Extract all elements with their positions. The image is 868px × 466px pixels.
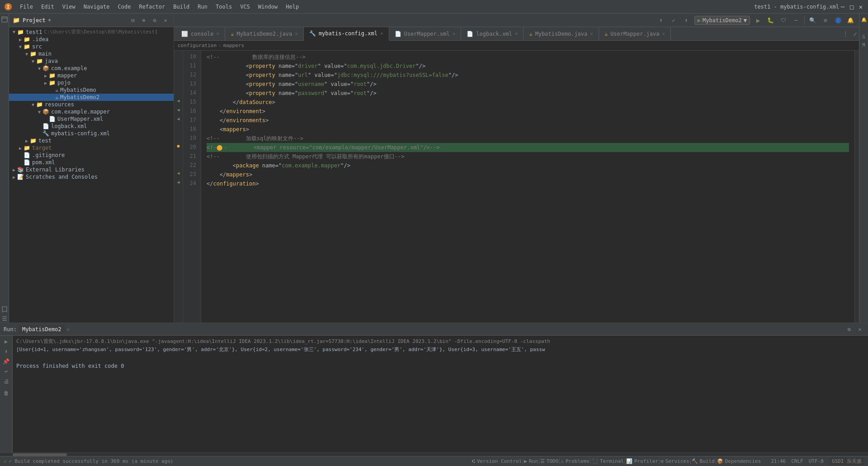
tree-item-test[interactable]: ▶ 📁 test — [9, 137, 174, 144]
tab-mybatisdemo2[interactable]: ☕ MybatisDemo2.java ✕ — [225, 27, 304, 41]
status-todo[interactable]: ☰ TODO — [540, 458, 559, 464]
menu-run[interactable]: Run — [194, 3, 211, 11]
tab-usermapper-xml[interactable]: 📄 UserMapper.xml ✕ — [389, 27, 462, 41]
status-run[interactable]: ▶ Run — [524, 458, 538, 464]
status-crlf[interactable]: CRLF — [791, 458, 803, 464]
console-output[interactable]: C:\Users\雷奕\.jdks\jbr-17.0.8.1\bin\java.… — [13, 336, 868, 452]
tab-usermapper-java-close[interactable]: ✕ — [662, 31, 665, 37]
gutter-row-17[interactable]: ◀ — [174, 114, 183, 123]
tree-item-logback[interactable]: 📄 logback.xml — [9, 123, 174, 130]
code-view[interactable]: <!-- 数据库的连接信息--> <property name="driver"… — [201, 51, 854, 323]
gutter-row-16[interactable]: ◀ — [174, 105, 183, 114]
tree-item-main[interactable]: ▼ 📁 main — [9, 50, 174, 57]
breadcrumb-mappers[interactable]: mappers — [223, 43, 244, 48]
tree-item-gitignore[interactable]: 📄 .gitignore — [9, 152, 174, 159]
tab-mybatisdemo2-close[interactable]: ✕ — [295, 31, 298, 37]
status-terminal[interactable]: ⬛ Terminal — [592, 458, 624, 464]
tab-logback[interactable]: 📄 logback.xml ✕ — [461, 27, 524, 41]
tree-item-com-example[interactable]: ▼ 📦 com.example — [9, 65, 174, 72]
breadcrumb-configuration[interactable]: configuration — [178, 43, 217, 48]
tree-item-mybatisdemo2[interactable]: ☕ MybatisDemo2 — [9, 94, 174, 101]
tab-mybatisdemo-java[interactable]: ☕ MybatisDemo.java ✕ — [524, 27, 599, 41]
tree-item-resources[interactable]: ▼ 📁 resources — [9, 101, 174, 108]
menu-navigate[interactable]: Navigate — [80, 3, 113, 11]
tree-item-pojo[interactable]: ▶ 📁 pojo — [9, 79, 174, 86]
notifications-panel-icon[interactable]: 🔔 — [860, 15, 868, 24]
close-run-button[interactable]: ✕ — [855, 325, 864, 334]
menu-window[interactable]: Window — [255, 3, 281, 11]
settings-button[interactable]: ⚙ — [821, 16, 830, 25]
tab-mybatisdemo-java-close[interactable]: ✕ — [590, 31, 593, 37]
tree-item-java[interactable]: ▼ 📁 java — [9, 57, 174, 65]
tab-usermapper-xml-close[interactable]: ✕ — [453, 31, 456, 37]
close-panel-button[interactable]: ✕ — [161, 16, 170, 25]
menu-tools[interactable]: Tools — [212, 3, 236, 11]
tab-console[interactable]: ⬜ console ✕ — [176, 27, 225, 41]
status-version-control[interactable]: ⑆ Version Control — [472, 458, 522, 464]
tree-item-idea[interactable]: ▶ 📁 .idea — [9, 36, 174, 43]
tab-usermapper-java[interactable]: ☕ UserMapper.java ✕ — [599, 27, 671, 41]
gutter-row-15[interactable]: ◀ — [174, 96, 183, 105]
run-active-tab[interactable]: MybatisDemo2 — [19, 325, 65, 333]
more-run-button[interactable]: ⋯ — [792, 16, 801, 25]
status-dependencies[interactable]: 📦 Dependencies — [717, 458, 761, 464]
collapse-all-button[interactable]: ⊟ — [128, 16, 137, 25]
minimize-button[interactable]: ─ — [839, 3, 846, 10]
run-with-coverage-button[interactable]: 🛡 — [779, 16, 788, 25]
tree-item-scratches[interactable]: ▶ 📝 Scratches and Consoles — [9, 173, 174, 181]
print-button[interactable]: 🖨 — [2, 377, 10, 385]
close-button[interactable]: ✕ — [857, 3, 864, 10]
menu-edit[interactable]: Edit — [38, 3, 58, 11]
tree-item-pomxml[interactable]: 📄 pom.xml — [9, 159, 174, 166]
scroll-to-end-button[interactable]: ⬇ — [2, 347, 10, 356]
menu-vcs[interactable]: VCS — [236, 3, 254, 11]
settings-button[interactable]: ⚙ — [150, 16, 159, 25]
run-again-button[interactable]: ▶ — [2, 338, 10, 346]
tab-console-close[interactable]: ✕ — [217, 31, 220, 37]
tree-item-src[interactable]: ▼ 📁 src — [9, 43, 174, 50]
tree-item-mybatis-config[interactable]: 🔧 mybatis-config.xml — [9, 130, 174, 137]
debug-button[interactable]: 🐛 — [766, 16, 775, 25]
status-problems[interactable]: ⚠ Problems — [561, 458, 590, 464]
tree-item-mybatisdemo[interactable]: ☕ MybatisDemo — [9, 86, 174, 94]
run-button[interactable]: ▶ — [754, 16, 763, 25]
tab-mybatis-config[interactable]: 🔧 mybatis-config.xml ✕ — [304, 27, 389, 41]
status-encoding[interactable]: UTF-8 — [809, 458, 824, 464]
structure-icon[interactable] — [0, 314, 9, 323]
gutter-row-24[interactable]: ◀ — [174, 177, 183, 186]
menu-build[interactable]: Build — [170, 3, 193, 11]
pin-tab-button[interactable]: 📌 — [2, 357, 10, 366]
maven-icon[interactable]: M — [860, 41, 868, 49]
notifications-button[interactable]: 🔔 — [846, 16, 855, 25]
project-dropdown[interactable]: ▼ — [48, 18, 51, 23]
project-icon[interactable] — [0, 15, 9, 24]
git-commit-button[interactable]: ✓ — [669, 16, 678, 25]
tree-item-target[interactable]: ▶ 📁 target — [9, 144, 174, 152]
run-settings-button[interactable]: ⚙ — [844, 325, 854, 334]
search-everywhere-button[interactable]: 🔍 — [808, 16, 817, 25]
tree-item-com-example-mapper[interactable]: ▼ 📦 com.example.mapper — [9, 108, 174, 115]
locate-file-button[interactable]: ⊕ — [139, 16, 148, 25]
console-scrollbar-thumb[interactable] — [13, 453, 67, 456]
git-push-button[interactable]: ⬆ — [682, 16, 691, 25]
project-tree[interactable]: ▼ 📁 test1 C:\Users\雷奕\Desktop\8班\Mybatis… — [9, 27, 174, 323]
editor-content[interactable]: ◀ ◀ ◀ ● ◀ ◀ 10 11 — [174, 51, 859, 323]
tree-item-ext-libs[interactable]: ▶ 📚 External Libraries — [9, 166, 174, 173]
maximize-button[interactable]: □ — [848, 3, 855, 10]
run-config-dropdown[interactable]: ▶ MybatisDemo2 ▼ — [694, 16, 750, 25]
menu-code[interactable]: Code — [114, 3, 135, 11]
git-update-button[interactable]: ⬇ — [656, 16, 665, 25]
avatar-button[interactable]: 👤 — [834, 16, 843, 25]
menu-view[interactable]: View — [59, 3, 79, 11]
menu-help[interactable]: Help — [282, 3, 302, 11]
console-scrollbar[interactable] — [0, 452, 868, 456]
status-build[interactable]: 🔨 Build — [692, 458, 715, 464]
run-active-tab-close[interactable]: ✕ — [67, 326, 70, 333]
tree-item-usermapper-xml[interactable]: 📄 UserMapper.xml — [9, 115, 174, 123]
status-services[interactable]: ⚙ Services — [660, 458, 689, 464]
status-profiler[interactable]: 📊 Profiler — [626, 458, 658, 464]
tab-logback-close[interactable]: ✕ — [515, 31, 518, 37]
menu-file[interactable]: File — [16, 3, 37, 11]
gutter-row-23[interactable]: ◀ — [174, 168, 183, 177]
soft-wrap-button[interactable]: ↩ — [2, 367, 10, 376]
